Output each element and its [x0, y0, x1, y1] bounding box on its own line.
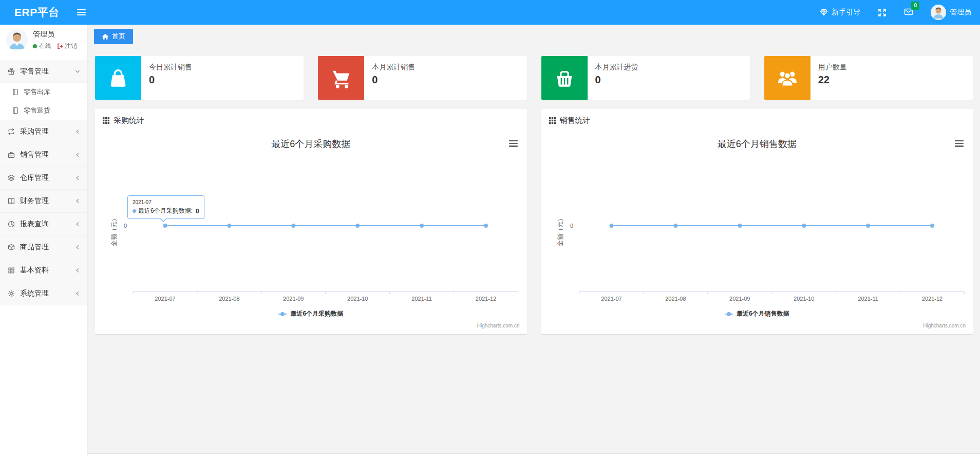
submenu-item-label: 零售退货: [24, 106, 50, 115]
sidebar-toggle-button[interactable]: [70, 0, 93, 25]
stat-cards-row: 今日累计销售 0 本月累计销售 0: [95, 56, 973, 100]
bag-icon: [106, 66, 130, 90]
tooltip-series-dot: [133, 209, 136, 213]
tooltip-category: 2021-07: [133, 199, 199, 205]
sales-stats-panel: 销售统计 最近6个月销售数据 金额（元） 02021-072021-082021…: [541, 109, 973, 334]
basket-icon: [553, 66, 576, 90]
username-label: 管理员: [950, 8, 971, 17]
repeat-icon: [7, 127, 15, 136]
sidebar-item-retail-return[interactable]: 零售退货: [0, 101, 87, 120]
cart-icon: [329, 66, 353, 90]
chevron-left-icon: [75, 268, 80, 273]
th-grid-icon: [103, 117, 109, 124]
gem-icon: [820, 8, 828, 16]
stat-card-month-sales: 本月累计销售 0: [318, 56, 526, 100]
sidebar-item-retail-outbound[interactable]: 零售出库: [0, 83, 87, 101]
sidebar-item-warehouse[interactable]: 仓库管理: [0, 167, 87, 190]
stat-card-user-count: 用户数量 22: [764, 56, 973, 100]
legend-label: 最近6个月采购数据: [290, 309, 343, 318]
svg-text:2021-08: 2021-08: [665, 296, 686, 302]
gear-icon: [7, 289, 15, 298]
logout-button[interactable]: 注销: [57, 42, 77, 50]
line-chart: 02021-072021-082021-092021-102021-112021…: [95, 132, 527, 334]
navbar-right: 新手引导 0: [811, 0, 980, 25]
grid-icon: [7, 266, 15, 275]
svg-text:2021-07: 2021-07: [601, 296, 621, 302]
svg-text:0: 0: [570, 223, 573, 229]
users-icon: [776, 66, 799, 90]
panel-header: 销售统计: [541, 109, 973, 132]
sidebar-menu: 零售管理 零售出库 零售退货: [0, 56, 87, 305]
panel-title: 采购统计: [114, 116, 144, 125]
hamburger-icon: [77, 9, 86, 10]
stat-card-month-purchase: 本月累计进货 0: [541, 56, 750, 100]
sidebar-item-products[interactable]: 商品管理: [0, 236, 87, 259]
card-title: 用户数量: [818, 63, 847, 72]
layers-icon: [7, 174, 15, 182]
card-value: 22: [818, 74, 847, 86]
purchase-chart: 最近6个月采购数据 金额（元） 02021-072021-082021-0920…: [95, 132, 527, 334]
breadcrumb-label: 首页: [112, 32, 125, 41]
user-avatar[interactable]: [6, 29, 28, 51]
breadcrumb-tab-home[interactable]: 首页: [94, 29, 133, 44]
svg-text:0: 0: [124, 223, 127, 229]
mail-count-badge: 0: [911, 2, 919, 10]
chevron-left-icon: [75, 175, 80, 180]
footer-strip: [87, 453, 980, 457]
pie-chart-icon: [7, 220, 15, 228]
legend-item[interactable]: 最近6个月销售数据: [725, 309, 789, 318]
highcharts-credits[interactable]: Highcharts.com.cn: [477, 323, 520, 328]
messages-button[interactable]: 0: [895, 0, 922, 25]
brand-logo[interactable]: ERP平台: [0, 5, 70, 20]
card-title: 本月累计进货: [595, 63, 638, 72]
legend-label: 最近6个月销售数据: [737, 309, 789, 318]
gift-icon: [7, 67, 15, 76]
sidebar-item-system[interactable]: 系统管理: [0, 282, 87, 305]
avatar: [931, 5, 946, 20]
logout-label: 注销: [65, 42, 77, 50]
tooltip-series-label: 最近6个月采购数据:: [138, 207, 193, 215]
highcharts-credits[interactable]: Highcharts.com.cn: [923, 323, 966, 328]
stat-card-today-sales: 今日累计销售 0: [95, 56, 304, 100]
submenu-item-label: 零售出库: [24, 87, 50, 97]
document-icon: [11, 88, 20, 96]
sidebar-item-basic-data[interactable]: 基本资料: [0, 259, 87, 282]
sidebar-item-purchase[interactable]: 采购管理: [0, 120, 87, 143]
online-status-label: 在线: [39, 42, 51, 50]
card-value: 0: [372, 74, 415, 86]
home-icon: [102, 33, 109, 40]
tooltip-value: 0: [196, 208, 199, 215]
sidebar-item-label: 财务管理: [20, 196, 70, 206]
chart-tooltip: 2021-07 最近6个月采购数据: 0: [127, 195, 204, 219]
sidebar: 管理员 在线 注销 零售管理: [0, 25, 87, 457]
sidebar-item-reports[interactable]: 报表查询: [0, 213, 87, 236]
svg-text:2021-09: 2021-09: [283, 296, 304, 302]
line-chart: 02021-072021-082021-092021-102021-112021…: [541, 132, 973, 334]
newbie-guide-button[interactable]: 新手引导: [811, 0, 869, 25]
legend-item[interactable]: 最近6个月采购数据: [278, 309, 343, 318]
package-icon: [7, 243, 15, 251]
sidebar-item-label: 基本资料: [20, 266, 70, 275]
svg-text:2021-08: 2021-08: [219, 296, 239, 302]
sidebar-item-label: 零售管理: [20, 67, 70, 76]
chart-legend: 最近6个月销售数据: [541, 309, 973, 318]
sales-chart: 最近6个月销售数据 金额（元） 02021-072021-082021-0920…: [541, 132, 973, 334]
svg-text:2021-11: 2021-11: [858, 296, 878, 302]
svg-text:2021-10: 2021-10: [794, 296, 814, 302]
chevron-left-icon: [75, 222, 80, 227]
purchase-stats-panel: 采购统计 最近6个月采购数据 金额（元） 02021-072021-082021…: [95, 109, 527, 334]
user-menu[interactable]: 管理员: [922, 0, 980, 25]
chevron-left-icon: [75, 245, 80, 250]
briefcase-icon: [7, 151, 15, 159]
book-icon: [7, 197, 15, 205]
svg-text:2021-07: 2021-07: [155, 296, 175, 302]
chevron-left-icon: [75, 198, 80, 204]
sidebar-item-finance[interactable]: 财务管理: [0, 190, 87, 213]
svg-text:2021-12: 2021-12: [921, 296, 942, 302]
sidebar-item-retail[interactable]: 零售管理: [0, 60, 87, 83]
chevron-down-icon: [75, 69, 80, 74]
sidebar-item-sales[interactable]: 销售管理: [0, 143, 87, 167]
main-content: 首页 今日累计销售 0: [87, 25, 980, 457]
fullscreen-button[interactable]: [869, 0, 895, 25]
sidebar-item-label: 销售管理: [20, 150, 70, 159]
